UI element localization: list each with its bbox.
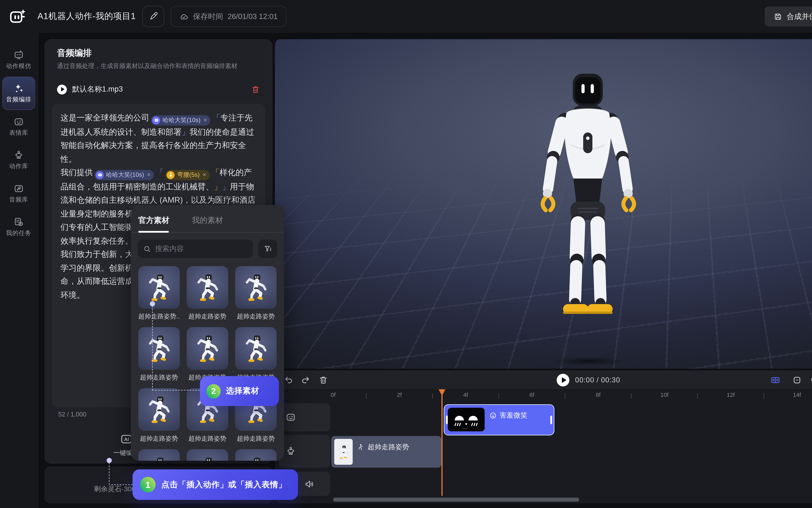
clip-trim-handle-right[interactable] (551, 416, 552, 424)
audio-file-name: 默认名称1.mp3 (72, 84, 251, 94)
expression-clip-label: 害羞微笑 (500, 411, 527, 420)
action-lib-icon (14, 150, 24, 160)
expression-lib-icon (14, 117, 24, 126)
delete-audio-icon[interactable] (251, 85, 260, 93)
ruler-tick (764, 393, 764, 398)
motion-imitation-icon (14, 50, 24, 59)
script-text: 环境。 (60, 290, 85, 299)
remaining-stones-label: 剩余灵石·300 (94, 484, 135, 494)
undo-icon[interactable] (284, 376, 293, 385)
material-thumbnail (138, 266, 180, 309)
rename-project-button[interactable] (142, 6, 164, 27)
material-label: 超帅走路姿势 (187, 434, 228, 443)
material-card[interactable]: 超帅走路姿势 (187, 266, 228, 327)
panel-title: 音频编排 (57, 48, 92, 59)
sidebar-item-audio-lib[interactable]: 音频库 (2, 177, 35, 210)
speaker-icon[interactable] (304, 479, 314, 489)
expression-tag[interactable]: 哈哈大笑(10s)× (151, 115, 211, 125)
playhead-handle[interactable] (438, 389, 445, 396)
smiley-icon (489, 412, 497, 419)
my-tasks-icon (14, 217, 24, 226)
sidebar: 动作模仿音频编排表情库动作库音频库我的任务 (0, 33, 38, 508)
cloud-save-icon (179, 12, 189, 21)
material-picker-popup: 官方素材 我的素材 搜索内容 超帅走路姿势...超帅走路姿势超帅走路姿势超帅走路… (131, 205, 284, 461)
quote-mark: 」 (181, 127, 190, 136)
action-track-header (278, 435, 330, 468)
zoom-out-icon[interactable] (810, 376, 812, 385)
quote-mark: 「 (156, 168, 164, 177)
action-clip[interactable]: 超帅走路姿势 (331, 436, 441, 468)
guide-dot-insert-action (107, 458, 112, 463)
pencil-icon (149, 12, 158, 21)
ruler-tick (631, 393, 632, 398)
compose-save-button[interactable]: 合成并保存 (765, 6, 812, 27)
material-card[interactable] (235, 449, 277, 461)
save-time-label: 保存时间 (193, 11, 223, 22)
script-text: 我们提供 (60, 168, 93, 177)
material-thumbnail (138, 449, 180, 461)
material-card[interactable] (138, 449, 180, 461)
app-logo-icon (9, 8, 26, 25)
material-card[interactable] (187, 449, 228, 461)
step-number-badge: 2 (206, 384, 221, 398)
ruler-label: 12f (727, 392, 735, 398)
material-card[interactable]: 超帅走路姿势 (138, 327, 180, 388)
clip-options-icon[interactable] (793, 376, 802, 385)
fit-timeline-icon[interactable] (769, 376, 781, 385)
remove-tag-icon[interactable]: × (203, 168, 206, 181)
sidebar-item-audio-arrange[interactable]: 音频编排 (2, 77, 35, 110)
material-thumbnail (187, 327, 228, 370)
expression-tag-icon (152, 116, 160, 124)
sidebar-item-motion-imitation[interactable]: 动作模仿 (2, 43, 35, 77)
action-tag[interactable]: 弯腰(5s)× (166, 170, 210, 180)
play-button[interactable] (557, 374, 569, 386)
filter-button[interactable] (258, 240, 277, 258)
tab-my-materials[interactable]: 我的素材 (192, 215, 223, 226)
viewport-3d[interactable]: Z X Y (275, 39, 812, 369)
material-thumbnail (138, 388, 180, 431)
timeline-panel: 00:00 / 00:30 0f2f4f6f8f10f12f14f16f (275, 370, 812, 503)
material-thumbnail (235, 449, 277, 461)
expression-clip[interactable]: 害羞微笑 (444, 404, 554, 435)
material-card[interactable]: 超帅走路姿势 (138, 388, 180, 449)
remove-tag-icon[interactable]: × (203, 113, 207, 127)
action-clip-label: 超帅走路姿势 (368, 442, 409, 452)
clip-trim-handle-left[interactable] (446, 416, 448, 424)
sidebar-item-action-lib[interactable]: 动作库 (2, 143, 35, 177)
script-text: 效率执行复杂任务。 (60, 236, 133, 245)
floppy-icon (774, 12, 782, 20)
playhead[interactable] (441, 389, 443, 496)
sidebar-item-expression-lib[interactable]: 表情库 (2, 110, 35, 143)
ruler-label: 14f (793, 392, 801, 398)
timeline-scrollbar[interactable] (333, 498, 579, 501)
material-card[interactable]: 超帅走路姿势 (235, 266, 277, 327)
remove-tag-icon[interactable]: × (147, 168, 151, 181)
redo-icon[interactable] (301, 376, 310, 385)
expression-tag[interactable]: 哈哈大笑(10s)× (94, 170, 154, 180)
guide-dot-material-card (150, 301, 155, 306)
sidebar-item-my-tasks[interactable]: 我的任务 (2, 210, 35, 244)
panel-description: 通过音频处理，生成音频素材以及融合动作和表情的音频编排素材 (57, 62, 237, 70)
search-placeholder: 搜索内容 (155, 244, 184, 254)
ruler-label: 0f (331, 392, 335, 398)
expression-face-icon (286, 412, 295, 422)
timeline-ruler[interactable]: 0f2f4f6f8f10f12f14f16f (275, 389, 812, 403)
play-audio-button[interactable] (57, 84, 67, 94)
action-tag-icon (167, 171, 175, 179)
active-tab-underline (138, 231, 169, 232)
robot-shadow (537, 355, 641, 368)
tab-official-materials[interactable]: 官方素材 (138, 215, 169, 226)
material-card[interactable]: 超帅走路姿势... (138, 266, 180, 327)
material-label: 超帅走路姿势 (138, 373, 180, 382)
delete-clip-icon[interactable] (319, 375, 328, 384)
ruler-tick (432, 393, 433, 398)
script-text: 命，从而降低运营成 (60, 277, 133, 286)
project-title: A1机器人动作-我的项目1 (38, 11, 136, 22)
material-search-input[interactable]: 搜索内容 (138, 240, 253, 258)
app-window: A1机器人动作-我的项目1 保存时间 26/01/03 12:01 合成并保存 … (0, 0, 812, 508)
save-time-chip: 保存时间 26/01/03 12:01 (170, 6, 286, 27)
robot-model[interactable] (516, 65, 660, 352)
ruler-tick (697, 393, 698, 398)
material-thumbnail (187, 449, 228, 461)
search-icon (144, 245, 151, 253)
